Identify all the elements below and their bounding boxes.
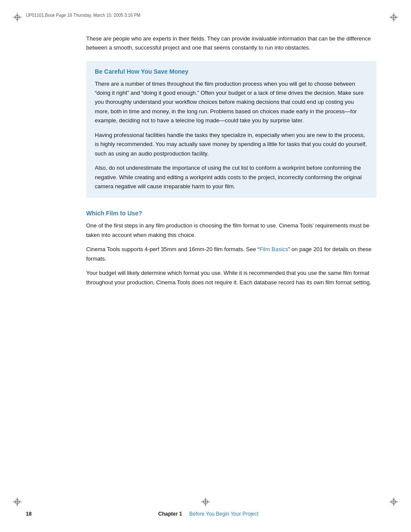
be-careful-section: Be Careful How You Save Money There are …	[86, 61, 377, 198]
be-careful-paragraph3: Also, do not underestimate the importanc…	[95, 163, 368, 191]
corner-mark-bc	[201, 498, 210, 506]
which-film-section: Which Film to Use? One of the first step…	[86, 210, 377, 287]
page: UP01101.Book Page 18 Thursday, March 10,…	[0, 0, 411, 532]
page-number: 18	[26, 511, 31, 517]
which-film-paragraph1: One of the first steps in any film produ…	[86, 221, 377, 240]
corner-mark-br	[389, 498, 398, 506]
be-careful-heading: Be Careful How You Save Money	[95, 68, 368, 75]
film-basics-link[interactable]: Film Basics	[259, 246, 288, 252]
footer-separator	[184, 511, 188, 517]
corner-mark-tl	[13, 13, 22, 22]
footer-chapter-link: Before You Begin Your Project	[189, 511, 258, 517]
corner-mark-bl	[13, 498, 22, 506]
corner-mark-tr	[389, 13, 398, 22]
header-text: UP01101.Book Page 18 Thursday, March 10,…	[26, 13, 140, 18]
which-film-heading: Which Film to Use?	[86, 210, 377, 217]
page-footer: 18 Chapter 1 Before You Begin Your Proje…	[26, 511, 385, 517]
which-film-p2-part1: Cinema Tools supports 4-perf 35mm and 16…	[86, 246, 259, 252]
which-film-paragraph3: Your budget will likely determine which …	[86, 268, 377, 287]
which-film-paragraph2: Cinema Tools supports 4-perf 35mm and 16…	[86, 245, 377, 263]
page-header: UP01101.Book Page 18 Thursday, March 10,…	[26, 13, 385, 18]
be-careful-paragraph1: There are a number of times throughout t…	[95, 79, 368, 125]
footer-chapter-info: Chapter 1 Before You Begin Your Project	[31, 511, 385, 517]
footer-chapter-label: Chapter 1	[158, 511, 182, 517]
main-content: These are people who are experts in thei…	[86, 34, 377, 489]
intro-paragraph: These are people who are experts in thei…	[86, 34, 377, 53]
be-careful-paragraph2: Having professional facilities handle th…	[95, 131, 368, 158]
